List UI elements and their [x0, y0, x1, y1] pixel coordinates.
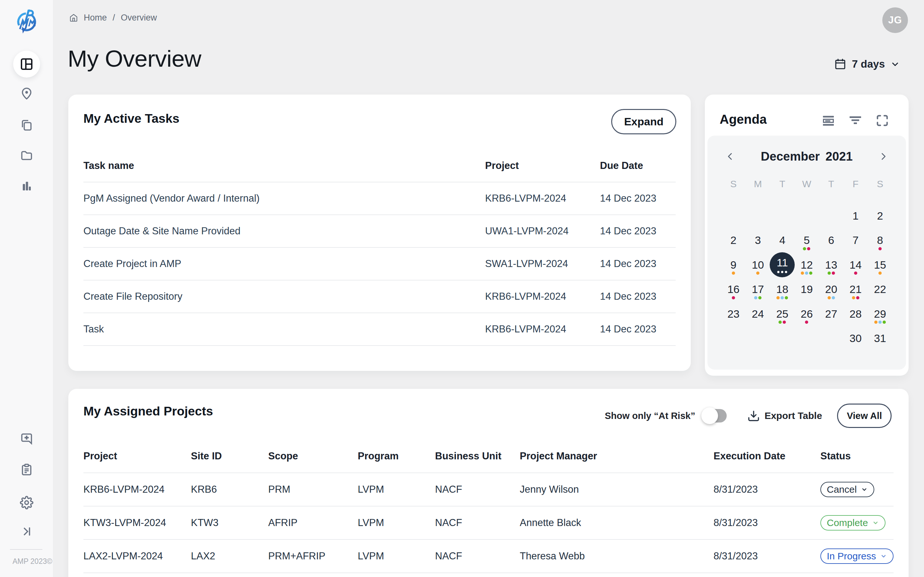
- status-chevron-icon: [861, 486, 868, 493]
- breadcrumb-separator: /: [113, 13, 115, 23]
- project-row[interactable]: LAX2-LVPM-2024 LAX2 PRM+AFRIP LVPM NACF …: [83, 540, 893, 573]
- calendar-day-cell[interactable]: [721, 326, 746, 351]
- col-due-date: Due Date: [600, 160, 676, 171]
- calendar-day-cell[interactable]: 7: [843, 228, 868, 253]
- sidebar-item-add-comment[interactable]: [13, 425, 40, 452]
- sidebar-item-locations[interactable]: [13, 80, 40, 107]
- sidebar-item-tasks[interactable]: [13, 456, 40, 483]
- at-risk-toggle[interactable]: [702, 409, 727, 422]
- calendar-day-cell[interactable]: 24: [746, 301, 770, 326]
- calendar-day-cell[interactable]: 16: [721, 277, 746, 302]
- calendar-day-cell[interactable]: 30: [843, 326, 868, 351]
- calendar-day-cell[interactable]: 12: [795, 253, 819, 277]
- calendar-day-cell[interactable]: [770, 203, 795, 228]
- calendar-day-cell[interactable]: [819, 326, 843, 351]
- task-row[interactable]: Create Project in AMP SWA1-LVPM-2024 14 …: [83, 248, 676, 280]
- home-icon[interactable]: [69, 13, 78, 22]
- calendar-day-cell[interactable]: 2: [721, 228, 746, 253]
- page-title: My Overview: [68, 47, 201, 70]
- project-row[interactable]: KRB6-LVPM-2024 KRB6 PRM LVPM NACF Jenny …: [83, 473, 893, 506]
- view-all-button[interactable]: View All: [837, 404, 892, 428]
- calendar-day-cell[interactable]: 20: [819, 277, 843, 302]
- project-row[interactable]: KTW3-LVPM-2024 KTW3 AFRIP LVPM NACF Anne…: [83, 506, 893, 540]
- calendar-day-cell[interactable]: 11: [770, 253, 795, 277]
- calendar-day-cell[interactable]: 25: [770, 301, 795, 326]
- date-range-selector[interactable]: 7 days: [834, 55, 900, 74]
- calendar-day-cell[interactable]: [819, 203, 843, 228]
- sidebar-item-dashboard[interactable]: [13, 51, 40, 77]
- program-cell: LVPM: [358, 484, 435, 495]
- calendar-day-cell[interactable]: 29: [868, 301, 892, 326]
- calendar-day-cell[interactable]: 14: [843, 253, 868, 277]
- calendar-day-cell[interactable]: 15: [868, 253, 892, 277]
- calendar-day-number: 8: [877, 234, 883, 247]
- calendar-day-cell[interactable]: 31: [868, 326, 892, 351]
- task-due-cell: 14 Dec 2023: [600, 193, 676, 204]
- calendar-day-cell[interactable]: 18: [770, 277, 795, 302]
- calendar-day-cell[interactable]: 5: [795, 228, 819, 253]
- status-label: Cancel: [827, 484, 857, 495]
- task-project-cell: KRB6-LVPM-2024: [485, 193, 600, 204]
- calendar-next-icon[interactable]: [877, 150, 889, 163]
- expand-button[interactable]: Expand: [611, 109, 676, 134]
- column-header: Status: [821, 450, 893, 462]
- calendar-day-cell[interactable]: 22: [868, 277, 892, 302]
- sidebar-item-reports[interactable]: [13, 172, 40, 199]
- calendar-day-cell[interactable]: [721, 203, 746, 228]
- calendar-day-cell[interactable]: [746, 203, 770, 228]
- calendar-day-cell[interactable]: [770, 326, 795, 351]
- calendar-day-cell[interactable]: 6: [819, 228, 843, 253]
- task-row[interactable]: PgM Assigned (Vendor Award / Internal) K…: [83, 182, 676, 215]
- task-project-cell: KRB6-LVPM-2024: [485, 291, 600, 302]
- sidebar-item-files[interactable]: [13, 142, 40, 169]
- event-dot-green: [803, 247, 806, 250]
- calendar-day-cell[interactable]: [746, 326, 770, 351]
- task-row[interactable]: Task KRB6-LVPM-2024 14 Dec 2023: [83, 313, 676, 346]
- event-dot-green: [827, 271, 830, 275]
- event-dot-blue: [805, 271, 808, 275]
- calendar-day-cell[interactable]: 13: [819, 253, 843, 277]
- agenda-rows-icon[interactable]: [822, 114, 835, 127]
- calendar-day-cell[interactable]: 1: [843, 203, 868, 228]
- location-pin-icon: [20, 87, 33, 100]
- calendar-day-cell[interactable]: 28: [843, 301, 868, 326]
- calendar-day-cell[interactable]: 9: [721, 253, 746, 277]
- fullscreen-icon[interactable]: [876, 114, 889, 127]
- calendar-day-cell[interactable]: 3: [746, 228, 770, 253]
- calendar-day-cell[interactable]: 23: [721, 301, 746, 326]
- assigned-projects-title: My Assigned Projects: [83, 404, 213, 418]
- status-dropdown[interactable]: In Progress: [821, 548, 893, 564]
- calendar-day-cell[interactable]: 2: [868, 203, 892, 228]
- status-dropdown[interactable]: Complete: [821, 515, 885, 530]
- sidebar-footer: AMP 2023©: [13, 557, 52, 566]
- task-row[interactable]: Create File Repository KRB6-LVPM-2024 14…: [83, 280, 676, 313]
- calendar-day-dots: [879, 271, 882, 275]
- calendar-day-cell[interactable]: 21: [843, 277, 868, 302]
- column-header: Business Unit: [435, 450, 520, 462]
- weekday-label: W: [795, 179, 819, 189]
- sidebar-divider: [10, 549, 42, 550]
- filter-icon[interactable]: [849, 114, 862, 127]
- calendar-day-cell[interactable]: 8: [868, 228, 892, 253]
- sidebar-item-collapse[interactable]: [13, 518, 40, 545]
- calendar-day-cell[interactable]: 27: [819, 301, 843, 326]
- calendar-panel: December 2021 SMTWTFS 1 2 2 3: [708, 135, 906, 370]
- calendar-day-cell[interactable]: 17: [746, 277, 770, 302]
- clipboard-icon: [20, 463, 33, 476]
- avatar[interactable]: JG: [882, 7, 908, 33]
- calendar-day-cell[interactable]: [795, 203, 819, 228]
- calendar-day-cell[interactable]: 19: [795, 277, 819, 302]
- breadcrumb-home[interactable]: Home: [84, 13, 107, 23]
- calendar-day-cell[interactable]: 26: [795, 301, 819, 326]
- calendar-day-cell[interactable]: [795, 326, 819, 351]
- sidebar-item-pages[interactable]: [13, 111, 40, 139]
- calendar-day-number: 11: [777, 256, 788, 269]
- calendar-day-dots: [827, 271, 835, 275]
- status-dropdown[interactable]: Cancel: [821, 482, 874, 497]
- calendar-day-cell[interactable]: 10: [746, 253, 770, 277]
- calendar-day-cell[interactable]: 4: [770, 228, 795, 253]
- sidebar-item-settings[interactable]: [13, 489, 40, 516]
- task-row[interactable]: Outage Date & Site Name Provided UWA1-LV…: [83, 215, 676, 248]
- export-table-button[interactable]: Export Table: [747, 409, 822, 422]
- agenda-toolbar: [822, 114, 889, 127]
